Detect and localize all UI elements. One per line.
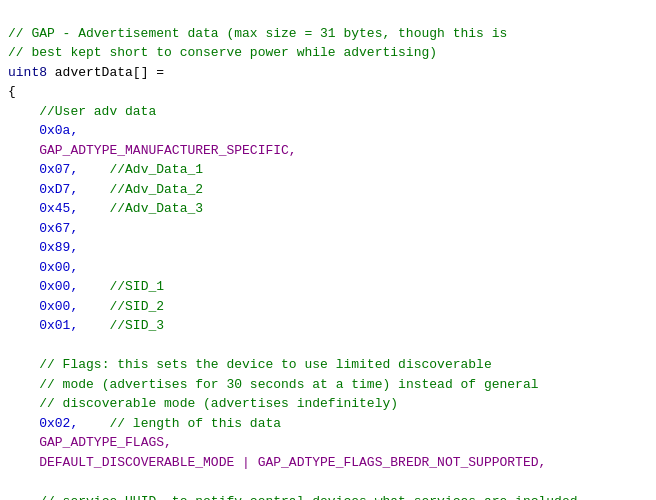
code-token [8, 201, 39, 216]
code-token: // best kept short to conserve power whi… [8, 45, 437, 60]
code-token: 0x02, [39, 416, 78, 431]
code-line: 0x67, [8, 219, 648, 239]
code-token [8, 123, 39, 138]
code-token: // GAP - Advertisement data (max size = … [8, 26, 507, 41]
code-token [8, 299, 39, 314]
code-line: // Flags: this sets the device to use li… [8, 355, 648, 375]
code-token [78, 201, 109, 216]
code-token [8, 260, 39, 275]
code-token: 0x00, [39, 279, 78, 294]
code-line: 0x01, //SID_3 [8, 316, 648, 336]
code-token [8, 396, 39, 411]
code-token: //Adv_Data_1 [109, 162, 203, 177]
code-token [8, 435, 39, 450]
code-token: 0x45, [39, 201, 78, 216]
code-token [8, 182, 39, 197]
code-line: 0x00, [8, 258, 648, 278]
code-token: 0x0a, [39, 123, 78, 138]
code-token: //SID_1 [109, 279, 164, 294]
code-editor: // GAP - Advertisement data (max size = … [0, 0, 656, 500]
code-token: uint8 [8, 65, 47, 80]
code-token: //Adv_Data_2 [109, 182, 203, 197]
code-line: GAP_ADTYPE_FLAGS, [8, 433, 648, 453]
code-token [78, 318, 109, 333]
code-line: 0x00, //SID_2 [8, 297, 648, 317]
code-line: 0x02, // length of this data [8, 414, 648, 434]
code-line: // discoverable mode (advertises indefin… [8, 394, 648, 414]
code-token [8, 221, 39, 236]
code-line: // mode (advertises for 30 seconds at a … [8, 375, 648, 395]
code-line: 0x0a, [8, 121, 648, 141]
code-token [8, 416, 39, 431]
code-token [8, 279, 39, 294]
code-line: DEFAULT_DISCOVERABLE_MODE | GAP_ADTYPE_F… [8, 453, 648, 473]
code-token: 0x89, [39, 240, 78, 255]
code-token: DEFAULT_DISCOVERABLE_MODE | GAP_ADTYPE_F… [39, 455, 546, 470]
code-token [8, 494, 39, 501]
code-token: 0x67, [39, 221, 78, 236]
code-token: // service UUID, to notify central devic… [39, 494, 577, 501]
code-line [8, 336, 648, 356]
code-token [8, 455, 39, 470]
code-token: //Adv_Data_3 [109, 201, 203, 216]
code-token: // discoverable mode (advertises indefin… [39, 396, 398, 411]
code-token: 0x01, [39, 318, 78, 333]
code-line: uint8 advertData[] = [8, 63, 648, 83]
code-token [8, 240, 39, 255]
code-token [8, 318, 39, 333]
code-token: // length of this data [78, 416, 281, 431]
code-token: //User adv data [8, 104, 156, 119]
code-line: // best kept short to conserve power whi… [8, 43, 648, 63]
code-line: // GAP - Advertisement data (max size = … [8, 24, 648, 44]
code-token: 0x00, [39, 260, 78, 275]
code-line: 0x89, [8, 238, 648, 258]
code-line: 0x45, //Adv_Data_3 [8, 199, 648, 219]
code-line: { [8, 82, 648, 102]
code-token: // Flags: this sets the device to use li… [39, 357, 491, 372]
code-token [8, 162, 39, 177]
code-token [78, 279, 109, 294]
code-token: 0x00, [39, 299, 78, 314]
code-line: GAP_ADTYPE_MANUFACTURER_SPECIFIC, [8, 141, 648, 161]
code-line: 0x00, //SID_1 [8, 277, 648, 297]
code-token [78, 162, 109, 177]
code-line: //User adv data [8, 102, 648, 122]
code-token [8, 377, 39, 392]
code-token [8, 357, 39, 372]
code-token: //SID_3 [109, 318, 164, 333]
code-line: 0x07, //Adv_Data_1 [8, 160, 648, 180]
code-token [78, 299, 109, 314]
code-token: GAP_ADTYPE_MANUFACTURER_SPECIFIC, [39, 143, 296, 158]
code-token [78, 182, 109, 197]
code-token: 0xD7, [39, 182, 78, 197]
code-token: advertData[] = [47, 65, 164, 80]
code-token: // mode (advertises for 30 seconds at a … [39, 377, 538, 392]
code-token [8, 143, 39, 158]
code-token: //SID_2 [109, 299, 164, 314]
code-token: { [8, 84, 16, 99]
code-line: 0xD7, //Adv_Data_2 [8, 180, 648, 200]
code-line [8, 472, 648, 492]
code-token: GAP_ADTYPE_FLAGS, [39, 435, 172, 450]
code-line: // service UUID, to notify central devic… [8, 492, 648, 501]
code-token: 0x07, [39, 162, 78, 177]
